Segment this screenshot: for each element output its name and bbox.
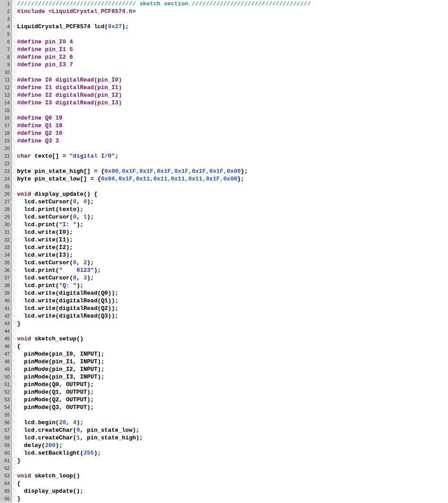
code-text: #define I3 digitalRead(pin_I3) — [16, 99, 122, 107]
line-number: 53 — [0, 396, 12, 404]
code-line: 7#define pin_I1 5 — [0, 46, 448, 53]
code-segment: lcd.print( — [17, 267, 59, 274]
line-number: 26 — [0, 190, 12, 198]
gutter-shadow — [12, 411, 16, 419]
code-segment: 255 — [83, 450, 94, 456]
code-text: char texto[] = "digital I/O"; — [16, 152, 118, 160]
line-number: 41 — [0, 305, 12, 312]
code-text: #define pin_I2 6 — [16, 53, 73, 61]
code-line: 43} — [0, 320, 448, 327]
line-number: 49 — [0, 365, 12, 373]
code-text — [16, 327, 17, 335]
code-text — [16, 183, 17, 190]
code-line: 25 — [0, 183, 448, 190]
code-segment: char — [17, 153, 31, 159]
code-line: 61} — [0, 457, 448, 464]
code-text: #define Q0 19 — [16, 114, 62, 122]
code-text: lcd.write(I2); — [16, 244, 73, 251]
code-segment: , pin_state_low); — [80, 427, 139, 434]
line-number: 18 — [0, 129, 12, 137]
code-segment: 20 — [59, 419, 66, 426]
code-line: 55 — [0, 411, 448, 419]
code-segment: lcd.write(I0); — [17, 229, 73, 236]
code-segment: lcd.setCursor( — [17, 214, 73, 220]
code-segment: sketch_setup() — [31, 335, 83, 342]
code-line: 41 lcd.write(digitalRead(Q2)); — [0, 305, 448, 312]
code-line: 29 lcd.setCursor(0, 1); — [0, 213, 448, 221]
line-number: 12 — [0, 84, 12, 91]
gutter-shadow — [12, 99, 16, 107]
code-segment: lcd.write(I3); — [17, 252, 73, 258]
code-segment: 0x00,0x1F,0x1F,0x1F,0x1F,0x1F,0x1F,0x00 — [104, 168, 241, 175]
gutter-shadow — [12, 8, 16, 15]
code-text: #define Q3 3 — [16, 137, 59, 145]
line-number: 39 — [0, 289, 12, 297]
line-number: 10 — [0, 69, 12, 76]
code-segment: pinMode(Q1, OUTPUT); — [17, 389, 94, 396]
code-segment: #define I1 digitalRead(pin_I1) — [17, 84, 122, 91]
gutter-shadow — [12, 221, 16, 228]
code-segment: 4 — [73, 419, 77, 426]
line-number: 60 — [0, 449, 12, 457]
line-number: 8 — [0, 53, 12, 61]
code-line: 15 — [0, 107, 448, 114]
code-line: 39 lcd.write(digitalRead(Q0)); — [0, 289, 448, 297]
code-segment: ); — [77, 419, 84, 426]
line-number: 44 — [0, 327, 12, 335]
code-line: 38 lcd.print("Q: "); — [0, 282, 448, 289]
gutter-shadow — [12, 419, 16, 426]
code-segment: lcd.write(I2); — [17, 244, 73, 251]
code-line: 63void sketch_loop() — [0, 472, 448, 480]
code-segment: , pin_state_high); — [80, 434, 142, 441]
code-segment: ); — [94, 267, 101, 274]
code-segment: ; — [115, 153, 118, 159]
code-text: lcd.write(digitalRead(Q2)); — [16, 305, 118, 312]
gutter-shadow — [12, 175, 16, 183]
code-line: 19#define Q3 3 — [0, 137, 448, 145]
line-number: 23 — [0, 168, 12, 175]
gutter-shadow — [12, 69, 16, 76]
gutter-shadow — [12, 350, 16, 358]
code-segment: pinMode(Q2, OUTPUT); — [17, 396, 94, 403]
code-segment: 2 — [83, 259, 87, 266]
code-segment: "digital I/O" — [69, 153, 115, 159]
code-line: 24byte pin_state_low[] = {0x00,0x1F,0x11… — [0, 175, 448, 183]
gutter-shadow — [12, 206, 16, 213]
code-segment: lcd.write(digitalRead(Q1)); — [17, 297, 118, 304]
line-number: 17 — [0, 122, 12, 129]
code-segment: void — [17, 335, 31, 342]
gutter-shadow — [12, 396, 16, 404]
code-segment: 200 — [45, 442, 55, 449]
code-text: void display_update() { — [16, 190, 97, 198]
gutter-shadow — [12, 358, 16, 365]
gutter-shadow — [12, 282, 16, 289]
line-number: 46 — [0, 343, 12, 350]
line-number: 45 — [0, 335, 12, 343]
gutter-shadow — [12, 487, 16, 495]
code-segment: delay( — [17, 442, 45, 449]
line-number: 65 — [0, 487, 12, 495]
code-segment: "I: " — [59, 221, 77, 228]
line-number: 13 — [0, 91, 12, 99]
gutter-shadow — [12, 404, 16, 411]
code-line: 35 lcd.setCursor(0, 2); — [0, 259, 448, 267]
gutter-shadow — [12, 228, 16, 236]
code-segment: 0x27 — [108, 23, 122, 30]
code-line: 20 — [0, 145, 448, 152]
line-number: 20 — [0, 145, 12, 152]
code-segment: lcd.begin( — [17, 419, 59, 426]
code-line: 10 — [0, 69, 448, 76]
gutter-shadow — [12, 312, 16, 320]
code-text: pinMode(Q1, OUTPUT); — [16, 388, 94, 396]
code-text: byte pin_state_low[] = {0x00,0x1F,0x11,0… — [16, 175, 244, 183]
code-segment: 0 — [73, 214, 77, 220]
code-line: 16#define Q0 19 — [0, 114, 448, 122]
code-line: 53 pinMode(Q2, OUTPUT); — [0, 396, 448, 404]
code-text: lcd.setCursor(0, 2); — [16, 259, 94, 267]
line-number: 51 — [0, 381, 12, 388]
code-line: 52 pinMode(Q1, OUTPUT); — [0, 388, 448, 396]
code-text: #define pin_I1 5 — [16, 46, 73, 53]
code-text: display_update(); — [16, 487, 83, 495]
code-segment: lcd.setCursor( — [17, 198, 73, 205]
line-number: 54 — [0, 404, 12, 411]
